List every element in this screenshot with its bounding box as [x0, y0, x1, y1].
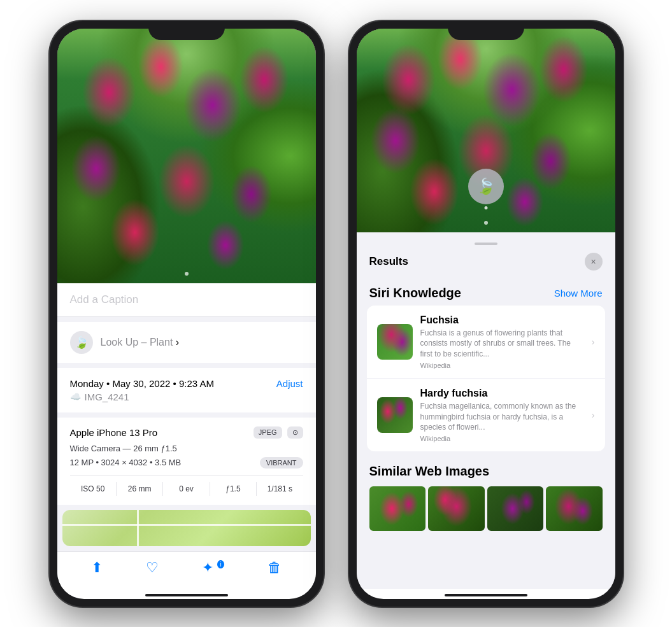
caption-placeholder[interactable]: Add a Caption: [70, 293, 139, 306]
hardy-fuchsia-item[interactable]: Hardy fuchsia Fuchsia magellanica, commo…: [367, 379, 605, 451]
delete-icon[interactable]: 🗑: [268, 560, 282, 576]
filename: IMG_4241: [85, 391, 129, 402]
hardy-text: Hardy fuchsia Fuchsia magellanica, commo…: [420, 388, 584, 442]
vlu-dot: [484, 206, 487, 209]
hardy-name: Hardy fuchsia: [420, 388, 584, 399]
photo-bg: [57, 29, 316, 283]
hardy-source: Wikipedia: [420, 435, 584, 442]
caption-area[interactable]: Add a Caption: [57, 283, 316, 317]
results-handle: [475, 243, 497, 245]
show-more-button[interactable]: Show More: [554, 288, 603, 299]
similar-thumb-1[interactable]: [369, 486, 426, 531]
info-button[interactable]: ✦ i: [202, 560, 224, 576]
screen-right: 🍃 Results × Siri Knowledge Show Mo: [357, 29, 615, 599]
photo-display-right[interactable]: 🍃: [357, 29, 615, 232]
favorite-icon[interactable]: ♡: [146, 560, 159, 576]
location-icon: ⊙: [287, 426, 303, 439]
fuchsia-chevron-icon: ›: [592, 337, 595, 347]
photo-dot: [185, 272, 189, 276]
iso-spec: ISO 50: [70, 482, 117, 496]
results-header: Results ×: [357, 232, 615, 278]
similar-images-row: [369, 486, 603, 531]
siri-knowledge-header: Siri Knowledge Show More: [357, 278, 615, 306]
visual-lookup-button[interactable]: 🍃: [468, 169, 504, 204]
hardy-thumbnail: [377, 397, 413, 433]
bottom-toolbar: ⬆ ♡ ✦ i 🗑: [57, 551, 316, 589]
fuchsia-thumbnail: [377, 324, 413, 360]
fuchsia-source: Wikipedia: [420, 362, 584, 369]
fuchsia-text: Fuchsia Fuchsia is a genus of flowering …: [420, 314, 584, 369]
similar-images-section: Similar Web Images: [357, 456, 615, 536]
similar-thumb-4[interactable]: [546, 486, 603, 531]
visual-lookup-icon: 🍃: [70, 331, 93, 354]
notch-right: [448, 21, 524, 40]
similar-thumb-3[interactable]: [487, 486, 544, 531]
info-panel: Add a Caption 🍃 Look Up – Plant › Monday…: [57, 283, 316, 551]
share-icon[interactable]: ⬆: [91, 560, 103, 576]
ev-spec: 0 ev: [163, 482, 210, 496]
fuchsia-item[interactable]: Fuchsia Fuchsia is a genus of flowering …: [367, 306, 605, 379]
f-spec: ƒ1.5: [210, 482, 257, 496]
adjust-button[interactable]: Adjust: [276, 378, 303, 389]
specs-row: ISO 50 26 mm 0 ev ƒ1.5 1/181 s: [70, 475, 303, 496]
knowledge-card: Fuchsia Fuchsia is a genus of flowering …: [367, 306, 605, 452]
right-phone: 🍃 Results × Siri Knowledge Show Mo: [349, 21, 623, 607]
cloud-icon: ☁️: [70, 391, 81, 402]
photo-dot-right: [484, 221, 488, 225]
camera-model: Apple iPhone 13 Pro: [70, 427, 158, 438]
hardy-desc: Fuchsia magellanica, commonly known as t…: [420, 401, 584, 433]
lookup-row[interactable]: 🍃 Look Up – Plant ›: [57, 322, 316, 363]
similar-title: Similar Web Images: [369, 464, 603, 479]
camera-section: Apple iPhone 13 Pro JPEG ⊙ Wide Camera —…: [57, 418, 316, 505]
lookup-label: Look Up – Plant ›: [101, 337, 180, 348]
camera-detail: Wide Camera — 26 mm ƒ1.5: [70, 444, 303, 453]
fuchsia-name: Fuchsia: [420, 314, 584, 326]
date-section: Monday • May 30, 2022 • 9:23 AM Adjust ☁…: [57, 368, 316, 412]
results-title: Results: [369, 255, 408, 268]
jpeg-badge: JPEG: [254, 426, 282, 439]
date-text: Monday • May 30, 2022 • 9:23 AM: [70, 378, 214, 389]
similar-thumb-2[interactable]: [428, 486, 485, 531]
map-roads: [62, 510, 311, 546]
results-panel: Results × Siri Knowledge Show More Fuchs…: [357, 232, 615, 589]
mm-spec: 26 mm: [117, 482, 163, 496]
leaf-icon: 🍃: [476, 178, 496, 195]
home-indicator: [145, 594, 228, 596]
notch: [148, 21, 225, 40]
map-thumbnail[interactable]: [62, 510, 311, 546]
shutter-spec: 1/181 s: [257, 482, 303, 496]
siri-knowledge-title: Siri Knowledge: [369, 286, 461, 300]
close-button[interactable]: ×: [585, 253, 603, 271]
photo-display[interactable]: [57, 29, 316, 283]
vibrant-badge: VIBRANT: [260, 457, 303, 468]
home-indicator-right: [445, 594, 527, 596]
mp-detail: 12 MP • 3024 × 4032 • 3.5 MB: [70, 458, 182, 467]
results-content: Siri Knowledge Show More Fuchsia Fuchsia…: [357, 278, 615, 589]
left-phone: Add a Caption 🍃 Look Up – Plant › Monday…: [50, 21, 324, 607]
hardy-chevron-icon: ›: [592, 410, 595, 420]
screen: Add a Caption 🍃 Look Up – Plant › Monday…: [57, 29, 316, 599]
fuchsia-desc: Fuchsia is a genus of flowering plants t…: [420, 328, 584, 360]
